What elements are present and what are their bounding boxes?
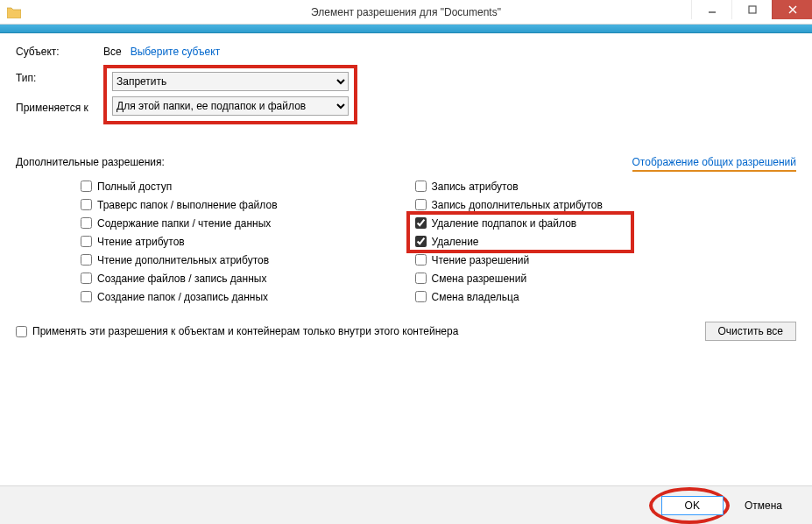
permission-item: Чтение атрибутов	[81, 232, 406, 251]
permission-label: Запись дополнительных атрибутов	[432, 199, 603, 211]
dialog-footer: OK Отмена	[0, 485, 812, 524]
folder-icon	[5, 4, 23, 21]
permission-label: Запись атрибутов	[432, 181, 519, 193]
permission-label: Создание файлов / запись данных	[97, 273, 266, 285]
permission-item: Смена разрешений	[415, 269, 797, 287]
permission-item: Содержание папки / чтение данных	[81, 214, 406, 232]
permission-checkbox[interactable]	[415, 181, 427, 192]
only-container-label: Применять эти разрешения к объектам и ко…	[32, 325, 458, 337]
permission-label: Чтение разрешений	[432, 254, 530, 266]
permission-item: Чтение разрешений	[415, 251, 797, 269]
only-container-row: Применять эти разрешения к объектам и ко…	[16, 325, 458, 337]
permission-checkbox[interactable]	[81, 236, 92, 247]
ribbon-band	[0, 25, 812, 33]
permission-item: Создание файлов / запись данных	[81, 269, 406, 287]
permission-item: Смена владельца	[415, 287, 797, 306]
show-basic-permissions-link[interactable]: Отображение общих разрешений	[632, 156, 796, 172]
minimize-button[interactable]	[691, 0, 731, 19]
permission-checkbox[interactable]	[81, 254, 92, 266]
permission-label: Траверс папок / выполнение файлов	[97, 199, 278, 211]
type-select[interactable]: Запретить	[112, 72, 349, 91]
permission-item: Создание папок / дозапись данных	[81, 287, 406, 306]
dialog-content: Субъект: Все Выберите субъект Тип: Приме…	[0, 33, 812, 485]
close-button[interactable]	[772, 0, 812, 19]
permission-checkbox[interactable]	[415, 217, 427, 229]
permission-item: Чтение дополнительных атрибутов	[81, 251, 406, 269]
svg-rect-1	[749, 6, 756, 13]
maximize-button[interactable]	[731, 0, 772, 19]
window-buttons	[691, 0, 812, 19]
permission-checkbox[interactable]	[415, 254, 427, 266]
permission-checkbox[interactable]	[81, 181, 92, 192]
cancel-button[interactable]: Отмена	[732, 496, 794, 515]
type-label: Тип:	[16, 72, 36, 84]
permissions-column-right: Запись атрибутовЗапись дополнительных ат…	[406, 177, 797, 306]
permission-label: Чтение атрибутов	[97, 236, 185, 248]
advanced-title: Дополнительные разрешения:	[16, 156, 165, 168]
permission-item: Удаление подпапок и файлов	[415, 214, 797, 232]
permission-label: Удаление подпапок и файлов	[432, 217, 577, 230]
subject-row: Субъект: Все Выберите субъект	[16, 46, 796, 58]
permission-item: Запись атрибутов	[415, 177, 797, 195]
applies-label: Применяется к	[16, 102, 88, 114]
type-applies-highlight: Запретить Для этой папки, ее подпапок и …	[103, 65, 357, 124]
permission-checkbox[interactable]	[81, 199, 92, 210]
permission-item: Удаление	[415, 232, 797, 251]
permission-item: Полный доступ	[81, 177, 406, 195]
permissions-column-left: Полный доступТраверс папок / выполнение …	[16, 177, 406, 306]
permission-checkbox[interactable]	[415, 291, 427, 302]
subject-label: Субъект:	[16, 46, 103, 58]
permission-checkbox[interactable]	[415, 236, 427, 247]
permission-item: Траверс папок / выполнение файлов	[81, 195, 406, 214]
ok-button[interactable]: OK	[661, 496, 724, 515]
permission-checkbox[interactable]	[415, 199, 427, 210]
applies-select[interactable]: Для этой папки, ее подпапок и файлов	[112, 96, 349, 116]
permission-label: Смена владельца	[432, 291, 519, 303]
advanced-permissions: Дополнительные разрешения: Отображение о…	[16, 156, 796, 341]
permission-checkbox[interactable]	[415, 273, 427, 284]
permission-label: Удаление	[432, 236, 479, 248]
permission-label: Содержание папки / чтение данных	[97, 217, 271, 230]
permission-label: Создание папок / дозапись данных	[97, 291, 268, 303]
subject-value: Все	[103, 46, 122, 58]
permission-checkbox[interactable]	[81, 273, 92, 284]
select-subject-link[interactable]: Выберите субъект	[131, 46, 220, 58]
permission-label: Смена разрешений	[432, 273, 527, 285]
only-container-checkbox[interactable]	[16, 326, 27, 337]
permission-checkbox[interactable]	[81, 291, 92, 302]
permission-item: Запись дополнительных атрибутов	[415, 195, 797, 214]
clear-all-button[interactable]: Очистить все	[705, 322, 796, 341]
permission-checkbox[interactable]	[81, 217, 92, 229]
window-title: Элемент разрешения для "Documents"	[0, 6, 812, 18]
permission-label: Полный доступ	[97, 181, 172, 193]
permission-label: Чтение дополнительных атрибутов	[97, 254, 269, 266]
titlebar: Элемент разрешения для "Documents"	[0, 0, 812, 25]
